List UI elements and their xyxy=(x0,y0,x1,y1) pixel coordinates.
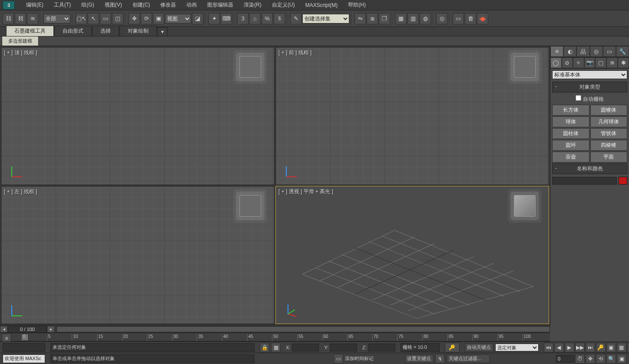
rtab-pin-icon[interactable]: ▾ xyxy=(157,27,168,36)
viewport-left-label[interactable]: [ + ] 左 ] 线框 ] xyxy=(4,188,37,195)
viewcube-persp-icon[interactable] xyxy=(514,195,536,217)
viewport-left[interactable]: [ + ] 左 ] 线框 ] xyxy=(1,186,275,324)
obj-cone-button[interactable]: 圆锥体 xyxy=(590,105,628,116)
rtab-selection[interactable]: 选择 xyxy=(92,26,119,36)
edit-named-sel-icon[interactable]: ✎ xyxy=(290,13,301,24)
app-logo-icon[interactable]: 3 xyxy=(3,1,15,10)
obj-plane-button[interactable]: 平面 xyxy=(590,152,628,162)
obj-pyramid-button[interactable]: 四棱锥 xyxy=(590,140,628,151)
viewport-perspective[interactable]: [ + ] 透视 ] 平滑 + 高光 ] xyxy=(275,186,549,324)
prev-frame-icon[interactable]: ◀ xyxy=(554,343,564,352)
track-slider[interactable] xyxy=(56,326,550,332)
render-setup-icon[interactable]: ◎ xyxy=(436,13,447,24)
ribbon-subtab-polymodeling[interactable]: 多边形建模 xyxy=(2,36,39,46)
obj-torus-button[interactable]: 圆环 xyxy=(552,140,589,151)
min-max-toggle-icon[interactable]: ▣ xyxy=(617,354,626,364)
subt-systems-icon[interactable]: ✱ xyxy=(618,57,629,68)
subt-cameras-icon[interactable]: 📷 xyxy=(584,57,596,68)
bind-spacewarp-icon[interactable]: ≋ xyxy=(27,13,38,24)
transform-typein-icon[interactable]: ▦ xyxy=(271,343,281,352)
viewport-persp-label[interactable]: [ + ] 透视 ] 平滑 + 高光 ] xyxy=(278,188,333,195)
add-time-tag[interactable]: 添加时间标记 xyxy=(345,355,374,362)
tab-display-icon[interactable]: ▭ xyxy=(603,46,616,57)
tab-modify-icon[interactable]: ◐ xyxy=(563,46,576,57)
menu-maxscript[interactable]: MAXScript(M) xyxy=(300,1,343,10)
viewport-top-label[interactable]: [ + ] 顶 ] 线框 ] xyxy=(4,49,37,56)
angle-snap-icon[interactable]: ⌂ xyxy=(249,13,261,24)
coord-x-input[interactable] xyxy=(292,344,319,351)
tab-create-icon[interactable]: ✳ xyxy=(550,46,563,57)
selection-filter-select[interactable]: 全部 xyxy=(43,14,70,23)
tab-hierarchy-icon[interactable]: 品 xyxy=(576,46,589,57)
next-frame-icon[interactable]: ▶▶ xyxy=(575,343,585,352)
viewport-front-label[interactable]: [ + ] 前 ] 线框 ] xyxy=(278,49,311,56)
setkey-filter-icon[interactable]: ↯ xyxy=(435,354,445,364)
menu-render[interactable]: 渲染(R) xyxy=(238,0,267,10)
percent-snap-icon[interactable]: % xyxy=(262,13,273,24)
obj-geosphere-button[interactable]: 几何球体 xyxy=(590,116,628,127)
subt-lights-icon[interactable]: ✧ xyxy=(573,57,584,68)
snap-toggle-icon[interactable]: 3 xyxy=(237,13,248,24)
object-name-input[interactable] xyxy=(552,177,617,185)
trackbar-right-icon[interactable]: ▸ xyxy=(47,326,55,333)
subt-spacewarps-icon[interactable]: ≋ xyxy=(606,57,618,68)
material-editor-icon[interactable]: ◍ xyxy=(420,13,431,24)
move-icon[interactable]: ✥ xyxy=(129,13,140,24)
viewcube-front-icon[interactable] xyxy=(514,56,536,78)
viewcube-top-icon[interactable] xyxy=(239,56,261,78)
select-object-icon[interactable]: ▢↖ xyxy=(76,13,87,24)
rotate-icon[interactable]: ⟳ xyxy=(141,13,152,24)
autokey-button[interactable]: 自动关键点 xyxy=(465,343,493,352)
time-config-icon[interactable]: ⏱ xyxy=(575,354,585,364)
align-icon[interactable]: ≣ xyxy=(367,13,378,24)
lock-selection-icon[interactable]: 🔒 xyxy=(260,343,269,352)
menu-edit[interactable]: 编辑(E) xyxy=(21,0,49,10)
tab-utilities-icon[interactable]: 🔧 xyxy=(616,46,629,57)
region-rect-icon[interactable]: ▭ xyxy=(100,13,111,24)
rtab-graphite[interactable]: 石墨建模工具 xyxy=(6,26,54,36)
fov-icon[interactable]: ◧ xyxy=(627,343,629,352)
viewport-front[interactable]: [ + ] 前 ] 线框 ] xyxy=(275,47,549,185)
schematic-view-icon[interactable]: ▥ xyxy=(407,13,419,24)
render-production-icon[interactable]: 🗑 xyxy=(465,13,476,24)
zoom-all-icon[interactable]: ▦ xyxy=(617,343,626,352)
obj-teapot-button[interactable]: 茶壶 xyxy=(552,152,589,162)
menu-create[interactable]: 创建(C) xyxy=(127,0,156,10)
pan-view-icon[interactable]: ✥ xyxy=(586,354,595,364)
color-swatch[interactable] xyxy=(619,177,627,185)
coord-y-input[interactable] xyxy=(330,344,357,351)
rollout-object-type[interactable]: 对象类型 xyxy=(552,82,627,93)
key-icon[interactable]: 🔑 xyxy=(445,343,460,352)
obj-box-button[interactable]: 长方体 xyxy=(552,105,589,116)
category-select[interactable]: 标准基本体 xyxy=(552,70,627,79)
keyboard-shortcut-icon[interactable]: ⌨ xyxy=(221,13,232,24)
ref-coord-select[interactable]: 视图 xyxy=(165,14,191,23)
trackbar-left-icon[interactable]: ◂ xyxy=(0,326,8,333)
subt-geom-icon[interactable]: ◯ xyxy=(550,57,562,68)
obj-cylinder-button[interactable]: 圆柱体 xyxy=(552,128,589,139)
spinner-snap-icon[interactable]: ⥮ xyxy=(274,13,285,24)
menu-view[interactable]: 视图(V) xyxy=(99,0,127,10)
select-by-name-icon[interactable]: ↖ xyxy=(88,13,99,24)
subt-shapes-icon[interactable]: ⊘ xyxy=(562,57,573,68)
zoom-view-icon[interactable]: 🔍 xyxy=(606,354,616,364)
key-target-select[interactable]: 选定对象 xyxy=(495,344,539,351)
keymode-icon[interactable]: 🔑 xyxy=(596,343,606,352)
menu-customize[interactable]: 自定义(U) xyxy=(267,0,300,10)
menu-tools[interactable]: 工具(T) xyxy=(49,0,76,10)
menu-modifier[interactable]: 修改器 xyxy=(155,0,181,10)
pivot-icon[interactable]: ◪ xyxy=(192,13,203,24)
time-tag-icon[interactable]: ▭ xyxy=(334,354,343,364)
menu-graph[interactable]: 图形编辑器 xyxy=(202,0,238,10)
obj-tube-button[interactable]: 管状体 xyxy=(590,128,628,139)
zoom-extents-icon[interactable]: ▣ xyxy=(606,343,616,352)
welcome-box[interactable]: 欢迎使用 MAXSc xyxy=(3,354,45,363)
rtab-freeform[interactable]: 自由形式 xyxy=(54,26,92,36)
layer-manager-icon[interactable]: ❐ xyxy=(379,13,390,24)
named-selection-set-select[interactable]: 创建选择集 xyxy=(302,14,349,23)
manipulate-icon[interactable]: ✦ xyxy=(209,13,220,24)
scale-icon[interactable]: ▣ xyxy=(153,13,164,24)
goto-start-icon[interactable]: ⏮ xyxy=(544,343,553,352)
window-crossing-icon[interactable]: ◫ xyxy=(112,13,123,24)
menu-anim[interactable]: 动画 xyxy=(181,0,202,10)
